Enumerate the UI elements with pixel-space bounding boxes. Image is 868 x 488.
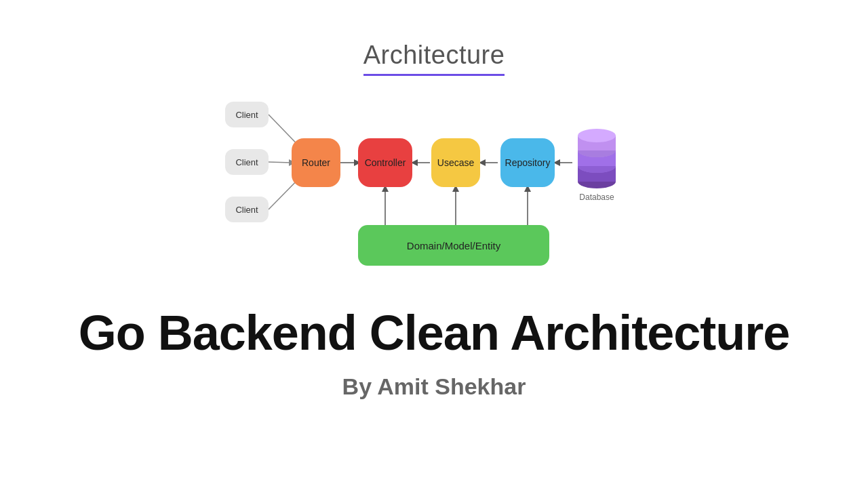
architecture-title: Architecture bbox=[363, 41, 505, 76]
router-component: Router bbox=[292, 138, 340, 187]
client-node-bot: Client bbox=[225, 197, 269, 222]
bottom-section: Go Backend Clean Architecture By Amit Sh… bbox=[79, 306, 790, 400]
svg-line-1 bbox=[269, 162, 292, 163]
architecture-section: Architecture bbox=[0, 41, 868, 279]
architecture-diagram: Client Client Client Router Controller U… bbox=[217, 96, 651, 279]
svg-point-28 bbox=[578, 129, 616, 142]
subtitle: By Amit Shekhar bbox=[79, 373, 790, 400]
repository-component: Repository bbox=[500, 138, 555, 187]
domain-component: Domain/Model/Entity bbox=[358, 225, 549, 266]
usecase-component: Usecase bbox=[431, 138, 480, 187]
database-icon: Database bbox=[572, 129, 621, 202]
database-label: Database bbox=[579, 192, 614, 202]
main-title: Go Backend Clean Architecture bbox=[79, 306, 790, 360]
client-node-top: Client bbox=[225, 102, 269, 127]
client-node-mid: Client bbox=[225, 149, 269, 175]
controller-component: Controller bbox=[358, 138, 412, 187]
